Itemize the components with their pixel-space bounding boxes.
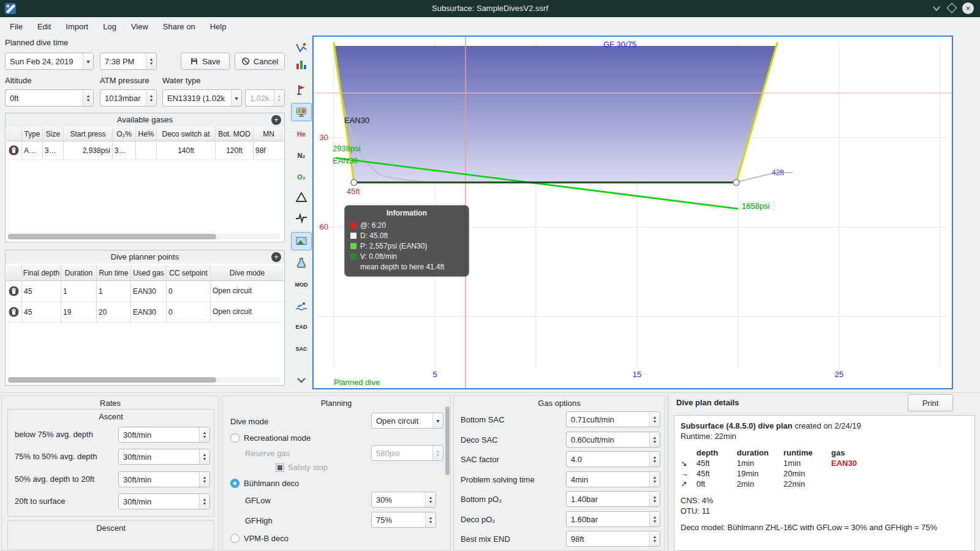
spin-arrows-icon[interactable]: ▴▾ xyxy=(425,492,435,507)
spin-arrows-icon[interactable]: ▴▾ xyxy=(649,531,660,546)
point-setpoint-cell[interactable]: 0 xyxy=(167,302,211,323)
toolbar-scroll-down[interactable] xyxy=(291,371,312,389)
spin-arrows-icon[interactable]: ▴▾ xyxy=(649,452,660,467)
dive-time-spinbox[interactable]: 7:38 PM ▴▾ xyxy=(100,53,157,70)
gas-he-cell[interactable] xyxy=(136,141,157,160)
menu-view[interactable]: View xyxy=(125,20,154,34)
gas-start-press-cell[interactable]: 2,938psi xyxy=(64,141,113,160)
dive-date-combobox[interactable]: Sun Feb 24, 2019 ▾ xyxy=(5,53,94,70)
gases-hscrollbar[interactable] xyxy=(8,234,281,239)
profile-toggle-mod[interactable]: MOD xyxy=(291,276,312,294)
recreational-mode-radio[interactable] xyxy=(230,433,239,443)
rate-spinbox-20ft-surface[interactable]: 30ft/min ▴▾ xyxy=(118,493,210,509)
atm-pressure-spinbox[interactable]: 1013mbar ▴▾ xyxy=(100,89,157,107)
points-header-mode[interactable]: Dive mode xyxy=(211,265,284,281)
spin-arrows-icon[interactable]: ▴▾ xyxy=(649,512,660,527)
bottom-po2-spinbox[interactable]: 1.40bar ▴▾ xyxy=(566,491,660,507)
save-button[interactable]: Save xyxy=(181,53,230,70)
altitude-spinbox[interactable]: 0ft ▴▾ xyxy=(5,89,94,107)
deco-po2-spinbox[interactable]: 1.60bar ▴▾ xyxy=(566,511,660,527)
profile-toggle-pp-nitrogen[interactable]: N₂ xyxy=(291,146,312,165)
rate-spinbox-75-50[interactable]: 30ft/min ▴▾ xyxy=(118,449,210,465)
problem-solving-time-spinbox[interactable]: 4min ▴▾ xyxy=(566,471,660,487)
spin-arrows-icon[interactable]: ▴▾ xyxy=(146,53,156,69)
gas-size-cell[interactable]: 3… xyxy=(43,141,64,160)
close-icon[interactable]: × xyxy=(962,2,974,14)
planner-handle[interactable] xyxy=(733,179,739,186)
spin-arrows-icon[interactable]: ▴▾ xyxy=(146,90,156,106)
profile-toggle-swimmer[interactable] xyxy=(291,297,312,315)
print-button[interactable]: Print xyxy=(908,394,953,411)
profile-toggle-ead[interactable]: EAD xyxy=(291,318,312,336)
gas-deco-switch-cell[interactable]: 140ft xyxy=(157,141,216,160)
gases-header-bot-mod[interactable]: Bot. MOD xyxy=(216,127,254,141)
point-runtime-cell[interactable]: 1 xyxy=(97,281,131,302)
profile-toggle-pp-helium[interactable]: He xyxy=(291,125,312,143)
spin-arrows-icon[interactable]: ▴▾ xyxy=(199,494,209,509)
profile-toggle-tissues[interactable] xyxy=(291,253,312,272)
points-hscrollbar[interactable] xyxy=(8,377,281,383)
spin-arrows-icon[interactable]: ▴▾ xyxy=(649,492,660,506)
profile-toggle-flag[interactable] xyxy=(291,81,312,99)
points-header-depth[interactable]: Final depth xyxy=(22,265,61,281)
gas-bot-mod-cell[interactable]: 120ft xyxy=(216,141,254,160)
vpmb-deco-radio[interactable] xyxy=(230,534,239,543)
menu-file[interactable]: File xyxy=(4,20,29,34)
sac-factor-spinbox[interactable]: 4.0 ▴▾ xyxy=(566,451,660,467)
points-header-gas[interactable]: Used gas xyxy=(131,265,167,281)
points-header-runtime[interactable]: Run time xyxy=(97,265,131,281)
gases-header-mn[interactable]: MN xyxy=(254,127,284,141)
point-gas-cell[interactable]: EAN30 xyxy=(131,302,167,323)
gases-header-start-press[interactable]: Start press xyxy=(64,127,113,141)
water-type-combobox[interactable]: EN13319 (1.02k ▾ xyxy=(162,89,242,107)
deco-sac-spinbox[interactable]: 0.60cuft/min ▴▾ xyxy=(566,432,660,448)
buhlmann-deco-radio[interactable] xyxy=(230,479,239,488)
gases-header-deco-switch[interactable]: Deco switch at xyxy=(157,127,216,141)
menu-help[interactable]: Help xyxy=(204,20,233,34)
bottom-sac-spinbox[interactable]: 0.71cuft/min ▴▾ xyxy=(566,411,660,427)
profile-toggle-heartrate[interactable] xyxy=(291,209,312,227)
spin-arrows-icon[interactable]: ▴▾ xyxy=(199,427,209,442)
dive-mode-combobox[interactable]: Open circuit ▾ xyxy=(371,413,443,429)
profile-toggle-colorbars[interactable] xyxy=(291,55,312,73)
planner-point-row[interactable]: 45 19 20 EAN30 0 Open circuit xyxy=(6,302,284,323)
gas-row[interactable]: A… 3… 2,938psi 3… 140ft 120ft 98f xyxy=(6,141,284,160)
spin-arrows-icon[interactable]: ▴▾ xyxy=(649,412,660,427)
menu-edit[interactable]: Edit xyxy=(31,20,57,34)
point-mode-cell[interactable]: Open circuit xyxy=(211,281,284,302)
planning-scrollbar[interactable] xyxy=(445,407,450,550)
gases-header-type[interactable]: Type xyxy=(22,127,43,141)
point-mode-cell[interactable]: Open circuit xyxy=(211,302,284,323)
point-gas-cell[interactable]: EAN30 xyxy=(131,281,167,302)
profile-toggle-air[interactable] xyxy=(291,188,312,206)
gases-header-o2[interactable]: O₂% xyxy=(113,127,136,141)
point-depth-cell[interactable]: 45 xyxy=(22,281,61,302)
spin-arrows-icon[interactable]: ▴▾ xyxy=(649,432,660,447)
delete-gas-icon[interactable] xyxy=(9,145,19,156)
delete-point-icon[interactable] xyxy=(9,307,19,317)
profile-toggle-diver-graph[interactable] xyxy=(291,39,312,57)
spin-arrows-icon[interactable]: ▴▾ xyxy=(425,512,435,527)
point-setpoint-cell[interactable]: 0 xyxy=(167,281,211,302)
gas-mn-cell[interactable]: 98f xyxy=(254,141,284,160)
info-tooltip[interactable]: Information @: 6:20 D: 45.0ft P: 2,557ps… xyxy=(344,205,469,277)
add-gas-button[interactable]: + xyxy=(271,115,281,125)
profile-toggle-pp-oxygen[interactable]: O₂ xyxy=(291,168,312,186)
gases-header-size[interactable]: Size xyxy=(43,127,64,141)
point-runtime-cell[interactable]: 20 xyxy=(97,302,131,323)
rate-spinbox-below-75[interactable]: 30ft/min ▴▾ xyxy=(118,427,210,443)
menu-import[interactable]: Import xyxy=(59,20,94,34)
spin-arrows-icon[interactable]: ▴▾ xyxy=(83,90,93,106)
spin-arrows-icon[interactable]: ▴▾ xyxy=(199,449,209,464)
point-depth-cell[interactable]: 45 xyxy=(22,302,61,323)
shade-chevron-icon[interactable] xyxy=(932,6,941,12)
planner-point-row[interactable]: 45 1 1 EAN30 0 Open circuit xyxy=(6,281,284,302)
best-mix-end-spinbox[interactable]: 98ft ▴▾ xyxy=(566,531,660,547)
gases-header-he[interactable]: He% xyxy=(136,127,157,141)
spin-arrows-icon[interactable]: ▴▾ xyxy=(199,472,209,487)
spin-arrows-icon[interactable]: ▴▾ xyxy=(649,472,660,487)
points-header-setpoint[interactable]: CC setpoint xyxy=(167,265,211,281)
add-point-button[interactable]: + xyxy=(271,252,281,262)
safety-stop-checkbox[interactable] xyxy=(276,463,284,472)
point-duration-cell[interactable]: 1 xyxy=(61,281,97,302)
